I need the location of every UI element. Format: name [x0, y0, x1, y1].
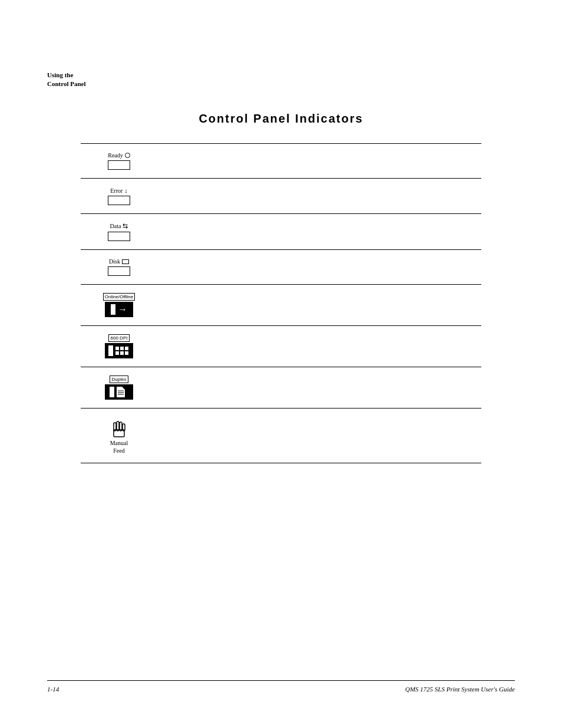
- duplex-label: Duplex: [110, 375, 129, 383]
- online-offline-button: →: [105, 302, 133, 317]
- data-text: Data: [110, 223, 121, 229]
- error-text: Error: [110, 187, 123, 194]
- ready-indicator: Ready: [90, 152, 148, 170]
- error-description: [157, 179, 481, 214]
- online-offline-label: Online/Offline: [103, 293, 135, 301]
- table-row: Ready: [81, 144, 481, 179]
- disk-text: Disk: [109, 258, 120, 265]
- manual-feed-cell: Manual Feed: [81, 409, 157, 463]
- duplex-white-bar: [110, 387, 114, 397]
- dpi-white-bar: [108, 345, 113, 356]
- ready-label: Ready: [108, 152, 130, 159]
- data-cell: Data ⇆: [81, 214, 157, 250]
- data-indicator: Data ⇆: [90, 222, 148, 241]
- manual-feed-description: [157, 409, 481, 463]
- ready-cell: Ready: [81, 144, 157, 179]
- table-row: Error ↓: [81, 179, 481, 214]
- dpi-cell: 600 DPI: [81, 326, 157, 367]
- sidebar-line1: Using the: [47, 71, 73, 78]
- disk-mini-icon: [122, 259, 129, 264]
- svg-rect-1: [115, 347, 119, 350]
- online-offline-description: [157, 285, 481, 326]
- online-arrow-icon: →: [118, 304, 127, 315]
- duplex-page-icon: [115, 386, 128, 398]
- disk-description: [157, 250, 481, 285]
- manual-feed-indicator: Manual Feed: [90, 417, 148, 454]
- table-row: Online/Offline →: [81, 285, 481, 326]
- ready-description: [157, 144, 481, 179]
- ready-text: Ready: [108, 152, 123, 159]
- sidebar-line2: Control Panel: [47, 80, 86, 87]
- error-cell: Error ↓: [81, 179, 157, 214]
- dpi-indicator: 600 DPI: [90, 334, 148, 358]
- disk-label: Disk: [109, 258, 129, 265]
- table-row: Data ⇆: [81, 214, 481, 250]
- sidebar-label: Using the Control Panel: [47, 71, 86, 89]
- error-indicator: Error ↓: [90, 187, 148, 205]
- dpi-grid-icon: [114, 345, 130, 356]
- svg-rect-3: [125, 347, 128, 350]
- disk-cell: Disk: [81, 250, 157, 285]
- online-white-bar: [111, 304, 115, 315]
- data-button: [108, 232, 130, 241]
- disk-button: [108, 266, 130, 276]
- data-label: Data ⇆: [110, 222, 128, 230]
- duplex-description: [157, 367, 481, 409]
- disk-indicator: Disk: [90, 258, 148, 276]
- error-button: [108, 196, 130, 205]
- duplex-cell: Duplex: [81, 367, 157, 409]
- lightning-icon: ↓: [124, 187, 128, 194]
- table-row: Manual Feed: [81, 409, 481, 463]
- svg-rect-2: [120, 347, 124, 350]
- dpi-button: [105, 343, 133, 358]
- table-row: Duplex: [81, 367, 481, 409]
- page: Using the Control Panel Control Panel In…: [0, 0, 562, 728]
- section-title: Control Panel Indicators: [47, 112, 515, 126]
- ready-button: [108, 160, 130, 170]
- online-offline-cell: Online/Offline →: [81, 285, 157, 326]
- svg-rect-5: [120, 351, 124, 355]
- data-arrows-icon: ⇆: [123, 222, 128, 230]
- hand-icon: [108, 417, 130, 439]
- error-label: Error ↓: [110, 187, 128, 194]
- table-row: Disk: [81, 250, 481, 285]
- footer-page-number: 1-14: [47, 686, 59, 693]
- dpi-label: 600 DPI: [108, 334, 130, 342]
- svg-rect-4: [115, 351, 119, 355]
- table-row: 600 DPI: [81, 326, 481, 367]
- footer-title: QMS 1725 SLS Print System User's Guide: [405, 686, 515, 693]
- feed-text: Feed: [113, 447, 124, 454]
- data-description: [157, 214, 481, 250]
- duplex-indicator: Duplex: [90, 375, 148, 400]
- ready-circle-icon: [125, 153, 130, 158]
- online-offline-indicator: Online/Offline →: [90, 293, 148, 317]
- footer: 1-14 QMS 1725 SLS Print System User's Gu…: [47, 680, 515, 693]
- duplex-button: [105, 384, 133, 400]
- manual-feed-label: Manual Feed: [110, 439, 128, 454]
- manual-text: Manual: [110, 440, 128, 446]
- svg-rect-6: [125, 351, 128, 355]
- dpi-description: [157, 326, 481, 367]
- indicators-table: Ready Error ↓: [81, 143, 481, 463]
